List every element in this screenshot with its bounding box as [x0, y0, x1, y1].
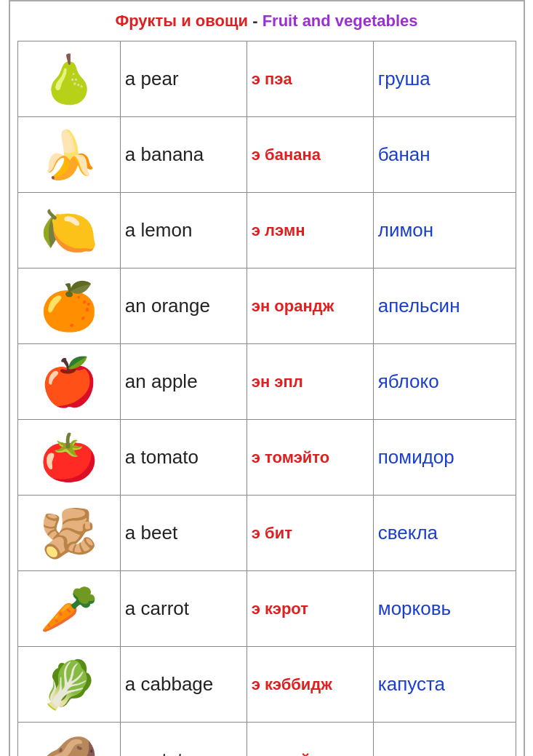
fruit-emoji: 🍌: [29, 120, 109, 189]
russian-word: морковь: [373, 571, 516, 647]
fruit-image-cell: 🥔: [17, 723, 120, 757]
fruit-image-cell: 🍌: [17, 117, 120, 193]
table-row: 🍊an orangeэн оранджапельсин: [17, 268, 516, 344]
fruit-emoji: 🍐: [29, 44, 109, 114]
fruit-emoji: 🍎: [29, 347, 109, 416]
table-row: 🍅a tomatoэ томэйтопомидор: [17, 420, 516, 496]
english-word: a pear: [120, 41, 247, 117]
russian-word: картошка: [373, 723, 516, 757]
russian-word: свекла: [373, 496, 516, 571]
english-word: an orange: [120, 268, 247, 344]
fruit-image-cell: 🫚: [17, 496, 120, 571]
fruit-image-cell: 🍅: [17, 420, 120, 496]
russian-word: апельсин: [373, 268, 516, 344]
title-english: Fruit and vegetables: [263, 12, 418, 30]
transcription: э кэббидж: [247, 647, 373, 723]
title-dash: -: [248, 12, 263, 30]
vocabulary-table: 🍐a pearэ пэагруша🍌a bananaэ бананабанан🍋…: [17, 41, 516, 756]
russian-word: яблоко: [373, 344, 516, 420]
russian-word: груша: [373, 41, 516, 117]
fruit-emoji: 🫚: [29, 498, 109, 568]
fruit-image-cell: 🍐: [17, 41, 120, 117]
russian-word: лимон: [373, 193, 516, 268]
transcription: э лэмн: [247, 193, 373, 268]
english-word: a cabbage: [120, 647, 247, 723]
transcription: э кэрот: [247, 571, 373, 647]
english-word: a tomato: [120, 420, 247, 496]
table-row: 🍋a lemonэ лэмнлимон: [17, 193, 516, 268]
english-word: a lemon: [120, 193, 247, 268]
transcription: эн орандж: [247, 268, 373, 344]
english-word: a banana: [120, 117, 247, 193]
title-russian: Фрукты и овощи: [115, 12, 248, 30]
russian-word: капуста: [373, 647, 516, 723]
english-word: a carrot: [120, 571, 247, 647]
fruit-image-cell: 🍊: [17, 268, 120, 344]
transcription: э пэа: [247, 41, 373, 117]
transcription: эн эпл: [247, 344, 373, 420]
fruit-emoji: 🍋: [29, 196, 109, 265]
table-row: 🥬a cabbageэ кэббиджкапуста: [17, 647, 516, 723]
table-row: 🍐a pearэ пэагруша: [17, 41, 516, 117]
table-row: 🍎an appleэн эпляблоко: [17, 344, 516, 420]
fruit-emoji: 🍅: [29, 423, 109, 492]
fruit-image-cell: 🍎: [17, 344, 120, 420]
fruit-emoji: 🍊: [29, 271, 109, 341]
fruit-image-cell: 🍋: [17, 193, 120, 268]
russian-word: помидор: [373, 420, 516, 496]
russian-word: банан: [373, 117, 516, 193]
fruit-image-cell: 🥬: [17, 647, 120, 723]
fruit-image-cell: 🥕: [17, 571, 120, 647]
english-word: a potato: [120, 723, 247, 757]
fruit-emoji: 🥔: [29, 725, 109, 756]
transcription: э потэйто: [247, 723, 373, 757]
table-row: 🥕a carrotэ кэротморковь: [17, 571, 516, 647]
page-title: Фрукты и овощи - Fruit and vegetables: [17, 9, 516, 33]
fruit-emoji: 🥕: [29, 574, 109, 643]
page-container: Фрукты и овощи - Fruit and vegetables 🍐a…: [9, 0, 525, 756]
english-word: an apple: [120, 344, 247, 420]
transcription: э томэйто: [247, 420, 373, 496]
transcription: э банана: [247, 117, 373, 193]
transcription: э бит: [247, 496, 373, 571]
english-word: a beet: [120, 496, 247, 571]
table-row: 🫚a beetэ битсвекла: [17, 496, 516, 571]
table-row: 🥔a potatoэ потэйтокартошка: [17, 723, 516, 757]
fruit-emoji: 🥬: [29, 650, 109, 719]
table-row: 🍌a bananaэ бананабанан: [17, 117, 516, 193]
